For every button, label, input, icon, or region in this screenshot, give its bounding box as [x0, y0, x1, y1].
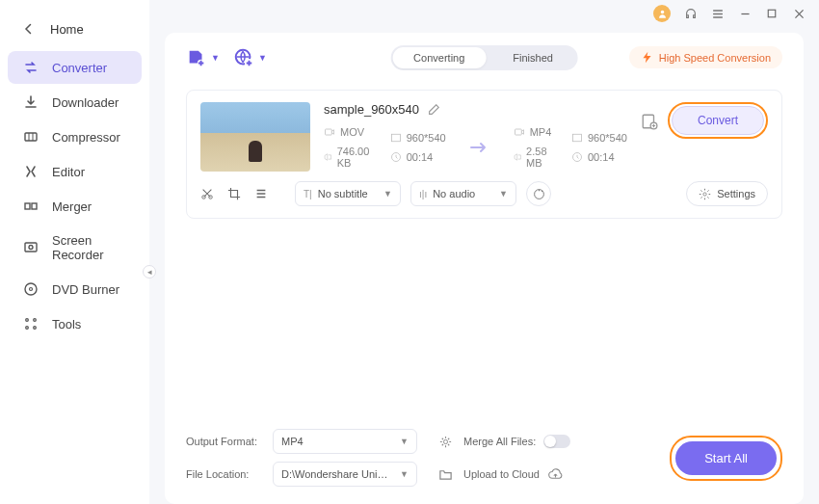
footer: Output Format: MP4▼ Merge All Files: Sta… [165, 417, 804, 504]
convert-highlight: Convert [668, 102, 768, 139]
nav-editor[interactable]: Editor [8, 155, 142, 188]
output-format-dropdown[interactable]: MP4▼ [273, 429, 417, 454]
content-card: ▼ ▼ Converting Finished High Speed Conve… [165, 33, 804, 504]
nav-label: Downloader [52, 95, 119, 110]
format-settings-icon[interactable] [436, 433, 454, 450]
trim-icon[interactable] [200, 187, 214, 200]
nav-compressor[interactable]: Compressor [8, 120, 142, 153]
headset-icon[interactable] [684, 7, 698, 20]
open-folder-icon[interactable] [436, 465, 454, 483]
sidebar-collapse[interactable]: ◂ [143, 265, 156, 279]
output-format-label: Output Format: [186, 436, 263, 447]
maximize-icon[interactable] [765, 7, 779, 20]
subtitle-dropdown[interactable]: T| No subtitle▼ [295, 181, 401, 206]
crop-icon[interactable] [227, 187, 241, 200]
nav-label: Editor [52, 165, 85, 179]
dst-res: 960*540 [588, 132, 627, 144]
edit-icons [200, 187, 268, 200]
nav-home[interactable]: Home [0, 8, 149, 50]
hsc-label: High Speed Conversion [659, 52, 771, 64]
download-icon [23, 94, 39, 110]
merger-icon [23, 199, 39, 214]
svg-point-8 [34, 319, 37, 322]
merge-toggle[interactable] [543, 435, 570, 448]
convert-button[interactable]: Convert [672, 106, 764, 135]
titlebar [149, 0, 819, 27]
edit-name-icon[interactable] [427, 103, 440, 117]
video-thumbnail[interactable] [200, 102, 310, 172]
start-all-button[interactable]: Start All [675, 441, 777, 475]
nav-downloader[interactable]: Downloader [8, 86, 142, 119]
svg-point-5 [25, 283, 37, 295]
close-icon[interactable] [792, 7, 806, 20]
dst-size: 2.58 MB [526, 146, 554, 169]
menu-icon[interactable] [711, 7, 725, 20]
editor-icon [23, 164, 39, 179]
svg-rect-2 [32, 203, 37, 209]
svg-rect-17 [391, 134, 400, 142]
tab-finished[interactable]: Finished [488, 45, 578, 70]
effects-icon[interactable] [254, 187, 268, 200]
tools-icon [23, 316, 39, 332]
avatar-icon[interactable] [653, 5, 671, 22]
toolbar: ▼ ▼ Converting Finished High Speed Conve… [165, 33, 804, 78]
svg-rect-1 [25, 203, 30, 209]
nav-dvd-burner[interactable]: DVD Burner [8, 273, 142, 305]
src-format: MOV [340, 126, 364, 138]
svg-point-28 [443, 439, 447, 443]
add-file-button[interactable]: ▼ [186, 47, 220, 68]
nav-label: DVD Burner [52, 282, 119, 297]
svg-point-27 [703, 192, 706, 195]
subtitle-icon: T| [304, 189, 312, 199]
minimize-icon[interactable] [738, 7, 752, 20]
svg-point-10 [34, 327, 37, 330]
src-dur: 00:14 [407, 151, 434, 163]
audio-icon: ı|ı [419, 189, 427, 199]
svg-point-9 [26, 327, 29, 330]
nav-tools[interactable]: Tools [8, 307, 142, 340]
output-settings-icon[interactable] [641, 113, 656, 128]
tab-converting[interactable]: Converting [392, 47, 486, 68]
nav-label: Tools [52, 317, 81, 332]
audio-dropdown[interactable]: ı|ı No audio▼ [410, 181, 516, 206]
chevron-down-icon: ▼ [258, 53, 267, 63]
converter-icon [23, 60, 39, 75]
tab-segment: Converting Finished [390, 45, 578, 70]
dst-dur: 00:14 [588, 151, 615, 163]
nav-label: Converter [52, 61, 107, 75]
svg-point-4 [29, 246, 33, 250]
nav-label: Screen Recorder [52, 233, 126, 262]
cloud-icon[interactable] [547, 465, 565, 483]
file-row: sample_960x540 MOV 746.00 KB 960*5 [186, 90, 782, 219]
nav-screen-recorder[interactable]: Screen Recorder [8, 225, 142, 271]
settings-button[interactable]: Settings [686, 181, 768, 206]
sidebar: Home Converter Downloader Compressor Edi… [0, 0, 149, 504]
svg-rect-16 [326, 129, 332, 135]
start-highlight: Start All [670, 436, 782, 481]
svg-rect-19 [515, 129, 521, 135]
nav-label: Merger [52, 199, 92, 214]
file-location-dropdown[interactable]: D:\Wondershare UniConverter 1▼ [273, 462, 417, 487]
nav-merger[interactable]: Merger [8, 190, 142, 223]
nav-converter[interactable]: Converter [8, 51, 142, 84]
chevron-down-icon: ▼ [211, 53, 220, 63]
add-url-button[interactable]: ▼ [233, 47, 267, 68]
back-icon [21, 21, 37, 37]
preview-button[interactable] [526, 181, 551, 206]
nav-home-label: Home [50, 22, 84, 37]
svg-rect-20 [572, 134, 581, 142]
upload-row: Upload to Cloud [463, 465, 660, 483]
high-speed-button[interactable]: High Speed Conversion [629, 46, 782, 68]
merge-row: Merge All Files: [463, 435, 660, 448]
file-name: sample_960x540 [324, 102, 627, 117]
svg-point-7 [26, 319, 29, 322]
nav-label: Compressor [52, 130, 120, 145]
compressor-icon [23, 129, 39, 145]
main: ▼ ▼ Converting Finished High Speed Conve… [149, 0, 819, 504]
svg-rect-0 [25, 133, 37, 141]
file-location-label: File Location: [186, 468, 263, 480]
recorder-icon [23, 240, 39, 255]
svg-point-11 [660, 10, 663, 13]
dvd-icon [23, 281, 39, 297]
src-size: 746.00 KB [337, 146, 373, 169]
